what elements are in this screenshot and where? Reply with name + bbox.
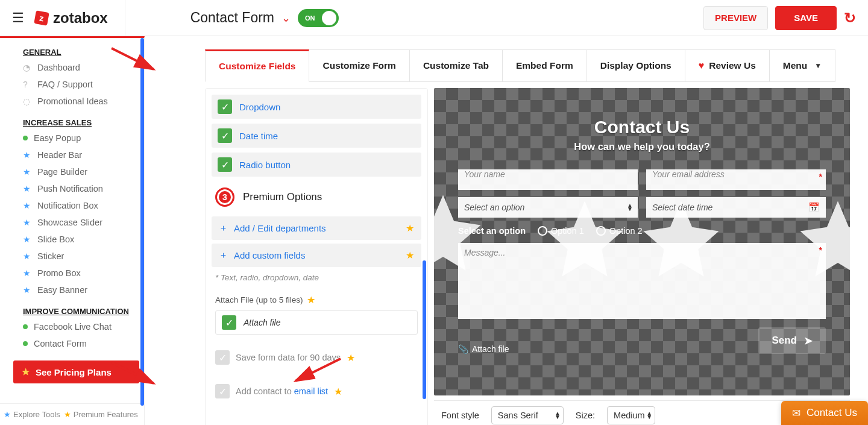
logo-icon: z: [34, 10, 49, 25]
hamburger-menu[interactable]: ☰: [12, 10, 24, 26]
tab-menu[interactable]: Menu▼: [770, 49, 835, 82]
custom-fields-note: * Text, radio, dropdown, date: [206, 271, 427, 291]
tab-embed-form[interactable]: Embed Form: [503, 49, 587, 82]
gauge-icon: ◔: [23, 63, 31, 72]
add-departments[interactable]: ＋Add / Edit departments ★: [212, 216, 421, 240]
tab-customize-fields[interactable]: Customize Fields: [205, 49, 309, 82]
toggle-label: ON: [305, 14, 315, 22]
star-icon: ★: [23, 150, 31, 160]
sidebar-item-push[interactable]: ★Push Notification: [0, 180, 144, 197]
annotation-arrow: [289, 356, 344, 388]
sidebar-item-page-builder[interactable]: ★Page Builder: [0, 163, 144, 180]
field-radio[interactable]: ✓Radio button: [212, 153, 421, 177]
tab-customize-form[interactable]: Customize Form: [309, 49, 409, 82]
tab-review-us[interactable]: ♥Review Us: [685, 49, 770, 82]
star-icon: ★: [23, 167, 31, 177]
question-icon: ?: [23, 80, 31, 89]
paperclip-icon: 📎: [458, 344, 468, 354]
plus-icon: ＋: [219, 250, 228, 261]
heart-icon: ♥: [699, 60, 705, 71]
email-input[interactable]: Your email address: [646, 169, 826, 190]
annotation-arrow: [108, 359, 163, 391]
scrollbar[interactable]: [423, 260, 426, 399]
checkbox-icon: ✓: [215, 350, 230, 365]
option-select[interactable]: Select an option▲▼: [458, 197, 638, 218]
check-icon: ✓: [218, 99, 232, 114]
star-icon: ★: [307, 294, 315, 306]
enabled-toggle[interactable]: ON: [298, 9, 339, 27]
preview-button[interactable]: PREVIEW: [703, 6, 768, 30]
page-title: Contact Form: [190, 10, 274, 26]
preview-subtitle: How can we help you today?: [458, 141, 826, 153]
attach-field-toggle[interactable]: ✓Attach file: [215, 310, 418, 335]
reload-icon[interactable]: ↻: [844, 10, 856, 27]
plus-icon: ＋: [219, 222, 228, 234]
chevron-down-icon[interactable]: ⌄: [281, 11, 291, 25]
footer-premium[interactable]: ★Premium Features: [64, 410, 138, 419]
envelope-icon: ✉: [792, 407, 800, 420]
caret-down-icon: ▼: [814, 61, 822, 70]
email-list-link[interactable]: email list: [294, 386, 328, 396]
sidebar-item-header-bar[interactable]: ★Header Bar: [0, 146, 144, 163]
sidebar-item-fb-chat[interactable]: Facebook Live Chat: [0, 318, 144, 335]
sidebar-item-easy-popup[interactable]: Easy Popup: [0, 130, 144, 146]
attach-file-link[interactable]: 📎Attach file: [458, 344, 509, 354]
bulb-icon: ◌: [23, 96, 31, 106]
star-icon: ★: [347, 352, 355, 364]
sidebar-item-contact-form[interactable]: Contact Form: [0, 335, 144, 352]
sidebar-item-notification-box[interactable]: ★Notification Box: [0, 197, 144, 214]
preview-title: Contact Us: [458, 117, 826, 137]
radio-group-label: Select an option: [458, 226, 526, 236]
scrollbar[interactable]: [140, 38, 144, 406]
size-label: Size:: [576, 411, 595, 420]
tab-display-options[interactable]: Display Options: [587, 49, 685, 82]
star-icon: ★: [406, 250, 414, 261]
field-datetime[interactable]: ✓Date time: [212, 124, 421, 148]
star-icon: ★: [4, 410, 11, 419]
message-textarea[interactable]: Message...*: [458, 243, 826, 319]
star-icon: ★: [64, 410, 71, 419]
sidebar-item-easy-banner[interactable]: ★Easy Banner: [0, 282, 144, 298]
font-select[interactable]: Sans Serif▲▼: [491, 406, 564, 424]
font-label: Font style: [441, 411, 479, 420]
contact-us-fab[interactable]: ✉Contact Us: [781, 401, 868, 425]
sidebar-item-promo-box[interactable]: ★Promo Box: [0, 265, 144, 282]
sidebar-item-showcase[interactable]: ★Showcase Slider: [0, 214, 144, 231]
attach-heading: Attach File (up to 5 files)★: [206, 291, 427, 309]
sidebar-item-faq[interactable]: ?FAQ / Support: [0, 76, 144, 93]
sidebar-heading-comm: IMPROVE COMMUNICATION: [0, 304, 144, 318]
star-icon: ★: [22, 367, 30, 377]
star-icon: ★: [406, 222, 414, 234]
save-button[interactable]: SAVE: [775, 6, 837, 30]
updown-icon: ▲▼: [627, 204, 632, 211]
paper-plane-icon: ➤: [804, 335, 813, 347]
check-icon: ✓: [218, 128, 232, 143]
add-custom-fields[interactable]: ＋Add custom fields ★: [212, 244, 421, 267]
radio-option-2[interactable]: Option 2: [596, 226, 643, 236]
star-icon: ★: [23, 184, 31, 194]
footer-explore[interactable]: ★Explore Tools: [4, 410, 60, 419]
radio-option-1[interactable]: Option 1: [538, 226, 584, 236]
date-select[interactable]: Select date time📅: [646, 197, 826, 218]
sidebar-item-ideas[interactable]: ◌Promotional Ideas: [0, 93, 144, 110]
tab-customize-tab[interactable]: Customize Tab: [410, 49, 503, 82]
check-icon: ✓: [222, 315, 236, 330]
calendar-icon: 📅: [808, 202, 820, 213]
size-select[interactable]: Medium▲▼: [607, 406, 655, 424]
updown-icon: ▲▼: [555, 412, 559, 419]
sidebar-item-sticker[interactable]: ★Sticker: [0, 248, 144, 265]
star-icon: ★: [23, 285, 31, 295]
main: Customize Fields Customize Form Customiz…: [145, 36, 868, 425]
star-icon: ★: [23, 235, 31, 244]
step-badge: 3: [215, 187, 234, 207]
field-dropdown[interactable]: ✓Dropdown: [212, 95, 421, 119]
form-preview: Contact Us How can we help you today? Yo…: [434, 88, 850, 425]
annotation-arrow: [108, 45, 163, 77]
star-icon: ★: [23, 201, 31, 210]
tabs: Customize Fields Customize Form Customiz…: [205, 49, 850, 82]
logo[interactable]: z zotabox: [35, 10, 108, 27]
sidebar-item-slide-box[interactable]: ★Slide Box: [0, 231, 144, 248]
name-input[interactable]: Your name: [458, 169, 638, 190]
send-button[interactable]: Send➤: [758, 327, 826, 354]
premium-heading: Premium Options: [243, 191, 322, 203]
